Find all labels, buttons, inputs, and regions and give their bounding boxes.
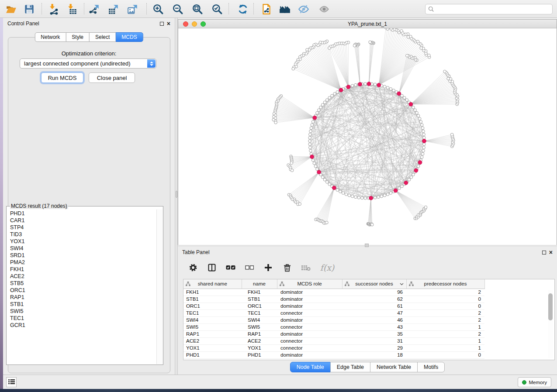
graph-node[interactable] <box>380 195 383 198</box>
tab-motifs[interactable]: Motifs <box>417 362 445 372</box>
graph-node[interactable] <box>354 83 357 86</box>
splitter-handle[interactable] <box>176 191 177 198</box>
tab-mcds[interactable]: MCDS <box>115 32 143 42</box>
delete-table-icon[interactable] <box>301 263 311 272</box>
graph-node-mcds[interactable] <box>313 116 317 120</box>
mcds-result-item[interactable]: CAR1 <box>7 217 156 224</box>
graph-node[interactable] <box>321 103 324 107</box>
close-panel-button[interactable]: Close panel <box>89 72 135 83</box>
table-cell[interactable]: dominator <box>277 296 342 303</box>
tab-node-table[interactable]: Node Table <box>290 362 331 372</box>
graph-node[interactable] <box>377 196 380 199</box>
show-eye-icon[interactable] <box>318 3 330 15</box>
graph-node[interactable] <box>319 106 322 109</box>
graph-node-mcds[interactable] <box>394 189 398 193</box>
graph-node[interactable] <box>351 84 354 87</box>
add-column-icon[interactable] <box>263 263 273 272</box>
export-table-icon[interactable] <box>107 3 120 15</box>
graph-node[interactable] <box>412 106 415 109</box>
graph-node[interactable] <box>323 178 326 181</box>
graph-node[interactable] <box>314 165 317 168</box>
mcds-result-item[interactable]: STB5 <box>7 280 156 287</box>
mcds-result-item[interactable]: TID3 <box>7 231 156 238</box>
network-graph[interactable] <box>178 28 557 245</box>
mcds-result-item[interactable]: YOX1 <box>7 238 156 245</box>
graph-node[interactable] <box>325 99 329 102</box>
table-cell[interactable]: 0 <box>406 303 484 309</box>
graph-node[interactable] <box>328 47 331 50</box>
graph-node-mcds[interactable] <box>422 139 426 143</box>
memory-button[interactable]: Memory <box>518 377 551 387</box>
table-options-gear-icon[interactable] <box>188 263 198 272</box>
save-icon[interactable] <box>23 3 35 15</box>
graph-node[interactable] <box>383 194 386 197</box>
graph-node[interactable] <box>292 67 295 70</box>
file-network-icon[interactable] <box>260 3 273 15</box>
apply-layout-refresh-icon[interactable] <box>237 3 249 15</box>
graph-node[interactable] <box>354 196 357 199</box>
graph-node-mcds[interactable] <box>339 88 343 92</box>
graph-node[interactable] <box>422 133 426 136</box>
table-cell[interactable]: RAP1 <box>242 330 277 337</box>
graph-node[interactable] <box>401 94 404 97</box>
graph-node[interactable] <box>321 176 324 179</box>
graph-node[interactable] <box>418 117 421 120</box>
graph-node[interactable] <box>336 189 339 192</box>
zoom-out-icon[interactable] <box>172 3 184 15</box>
mcds-result-item[interactable]: PHD1 <box>7 210 156 217</box>
graph-node[interactable] <box>389 192 392 195</box>
graph-node-mcds[interactable] <box>317 170 321 174</box>
graph-node[interactable] <box>342 192 345 195</box>
export-image-icon[interactable] <box>127 3 139 15</box>
graph-node[interactable] <box>414 109 417 112</box>
graph-node-mcds[interactable] <box>397 92 401 96</box>
graph-node[interactable] <box>421 127 424 130</box>
mcds-result-item[interactable]: SWI4 <box>7 245 156 252</box>
graph-node[interactable] <box>422 143 426 146</box>
import-table-icon[interactable] <box>66 3 79 15</box>
graph-node[interactable] <box>422 136 426 139</box>
graph-node[interactable] <box>415 111 419 114</box>
mcds-result-item[interactable]: PMA2 <box>7 259 156 266</box>
tab-network-table[interactable]: Network Table <box>370 362 418 372</box>
table-cell[interactable]: 1 <box>406 344 484 351</box>
table-cell[interactable]: 96 <box>342 289 406 296</box>
table-cell[interactable]: SWI4 <box>242 316 277 323</box>
graph-node[interactable] <box>333 93 336 96</box>
graph-node-mcds[interactable] <box>367 82 371 86</box>
mcds-result-scrollbar[interactable] <box>156 210 163 364</box>
graph-node[interactable] <box>323 101 326 104</box>
split-view-icon[interactable] <box>207 263 217 272</box>
graph-node[interactable] <box>401 185 404 188</box>
table-cell[interactable]: 18 <box>342 351 406 358</box>
table-cell[interactable]: 31 <box>342 337 406 344</box>
graph-node[interactable] <box>389 88 392 91</box>
graph-node-mcds[interactable] <box>332 186 336 190</box>
graph-node-mcds[interactable] <box>418 161 422 165</box>
table-cell[interactable]: ACE2 <box>183 337 242 344</box>
graph-node-mcds[interactable] <box>409 102 413 106</box>
graph-node[interactable] <box>386 193 389 196</box>
table-cell[interactable]: SWI5 <box>183 323 242 330</box>
graph-node[interactable] <box>407 35 410 38</box>
graph-node[interactable] <box>309 130 312 133</box>
tab-edge-table[interactable]: Edge Table <box>330 362 370 372</box>
table-cell[interactable]: FKH1 <box>242 289 277 296</box>
table-cell[interactable]: dominator <box>277 303 342 309</box>
graph-node-mcds[interactable] <box>310 155 314 159</box>
graph-node[interactable] <box>364 83 367 86</box>
table-cell[interactable]: dominator <box>277 330 342 337</box>
column-header-MCDS-role[interactable]: MCDS role <box>277 279 342 289</box>
graph-node[interactable] <box>374 83 377 86</box>
graph-node[interactable] <box>306 48 309 52</box>
table-cell[interactable]: 46 <box>342 316 406 323</box>
graph-node[interactable] <box>420 156 423 159</box>
graph-node[interactable] <box>369 41 372 44</box>
zoom-selected-icon[interactable] <box>211 3 223 15</box>
import-network-icon[interactable] <box>48 3 60 15</box>
table-cell[interactable]: dominator <box>277 289 342 296</box>
graph-node[interactable] <box>309 133 312 136</box>
column-header-successor-nodes[interactable]: successor nodes <box>342 279 406 289</box>
vertical-splitter[interactable] <box>175 18 178 375</box>
table-cell[interactable]: 2 <box>406 289 484 296</box>
